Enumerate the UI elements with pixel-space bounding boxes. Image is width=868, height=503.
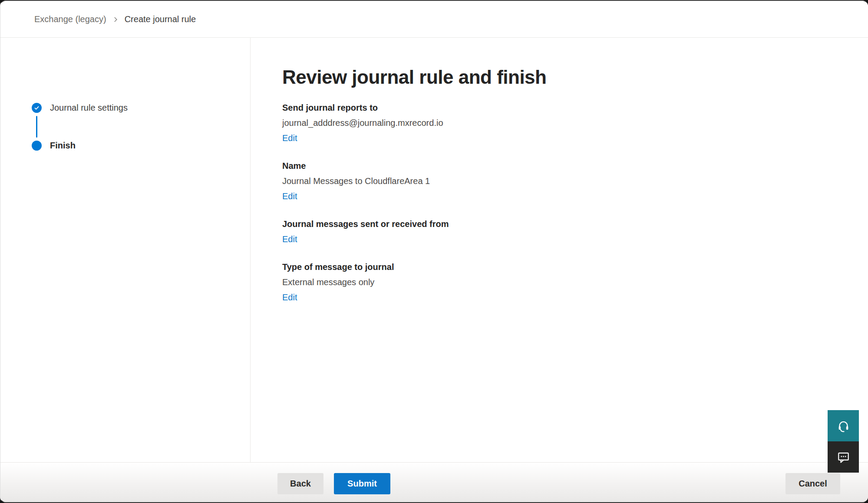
review-section-send-journal-reports-to: Send journal reports to journal_adddress…: [282, 100, 842, 146]
floating-button-stack: [828, 410, 859, 473]
wizard-step-finish[interactable]: Finish: [32, 140, 76, 151]
feedback-button[interactable]: [828, 441, 859, 473]
chevron-right-icon: [112, 16, 119, 23]
edit-link-journal-messages-sent-or-received-from[interactable]: Edit: [282, 232, 297, 247]
breadcrumb-create-journal-rule: Create journal rule: [125, 14, 196, 24]
review-section-type-of-message-to-journal: Type of message to journal External mess…: [282, 260, 842, 305]
review-section-journal-messages-sent-or-received-from: Journal messages sent or received from E…: [282, 217, 842, 247]
review-section-name: Name Journal Messages to CloudflareArea …: [282, 158, 842, 204]
review-panel: Review journal rule and finish Send jour…: [251, 38, 868, 462]
section-value: journal_adddress@journaling.mxrecord.io: [282, 115, 842, 131]
section-label: Name: [282, 158, 842, 174]
wizard-steps-panel: Journal rule settings Finish: [0, 38, 251, 462]
section-label: Send journal reports to: [282, 100, 842, 115]
headset-icon: [837, 419, 850, 433]
cancel-button[interactable]: Cancel: [785, 473, 840, 494]
step-label: Finish: [50, 140, 76, 151]
edit-link-send-journal-reports-to[interactable]: Edit: [282, 131, 297, 146]
breadcrumb-exchange-legacy[interactable]: Exchange (legacy): [34, 14, 106, 24]
page-title: Review journal rule and finish: [282, 65, 842, 90]
header-bar: Exchange (legacy) Create journal rule: [0, 1, 868, 38]
section-value: Journal Messages to CloudflareArea 1: [282, 174, 842, 189]
footer-action-bar: Back Submit Cancel: [0, 462, 868, 502]
edit-link-type-of-message-to-journal[interactable]: Edit: [282, 290, 297, 305]
step-connector-line: [36, 116, 37, 138]
breadcrumb: Exchange (legacy) Create journal rule: [34, 14, 196, 24]
submit-button[interactable]: Submit: [334, 473, 390, 494]
wizard-step-journal-rule-settings[interactable]: Journal rule settings: [32, 102, 128, 113]
chat-icon: [837, 450, 850, 464]
section-value: External messages only: [282, 275, 842, 290]
section-label: Journal messages sent or received from: [282, 217, 842, 232]
section-label: Type of message to journal: [282, 260, 842, 275]
step-current-dot-icon: [32, 141, 42, 151]
app-window: Exchange (legacy) Create journal rule Jo…: [0, 0, 868, 503]
help-button[interactable]: [828, 410, 859, 441]
edit-link-name[interactable]: Edit: [282, 189, 297, 204]
back-button[interactable]: Back: [277, 473, 323, 494]
step-completed-check-icon: [32, 103, 42, 113]
step-label: Journal rule settings: [50, 102, 128, 113]
